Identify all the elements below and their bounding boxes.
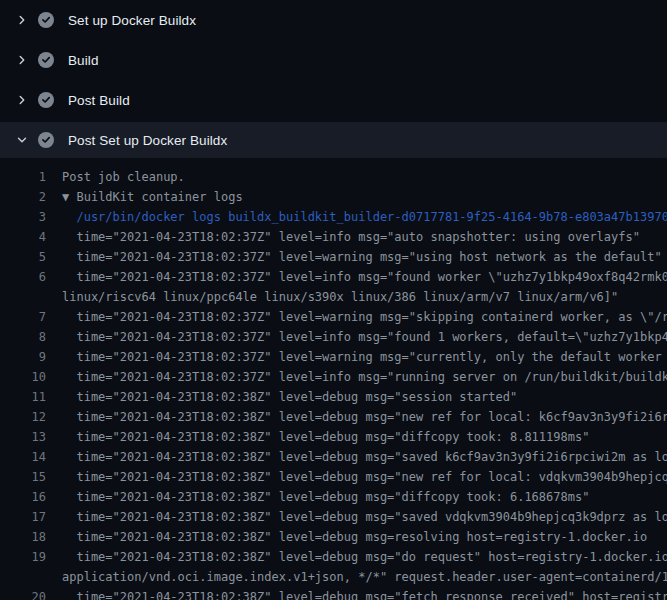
log-line: 13 time="2021-04-23T18:02:38Z" level=deb…	[0, 427, 667, 447]
log-line: 20 time="2021-04-23T18:02:38Z" level=deb…	[0, 587, 667, 600]
log-text: time="2021-04-23T18:02:38Z" level=debug …	[62, 487, 589, 507]
log-line: application/vnd.oci.image.index.v1+json,…	[0, 567, 667, 587]
log-line: 8 time="2021-04-23T18:02:37Z" level=info…	[0, 327, 667, 347]
log-text: time="2021-04-23T18:02:37Z" level=info m…	[62, 227, 640, 247]
log-line-number[interactable]: 17	[0, 507, 46, 527]
log-text: application/vnd.oci.image.index.v1+json,…	[62, 567, 667, 587]
log-line: 16 time="2021-04-23T18:02:38Z" level=deb…	[0, 487, 667, 507]
log-line-number[interactable]: 14	[0, 447, 46, 467]
log-line-number[interactable]: 12	[0, 407, 46, 427]
log-line-number[interactable]: 16	[0, 487, 46, 507]
log-line-number[interactable]: 1	[0, 167, 46, 187]
log-line: 17 time="2021-04-23T18:02:38Z" level=deb…	[0, 507, 667, 527]
log-text: time="2021-04-23T18:02:38Z" level=debug …	[62, 447, 667, 467]
step-label: Set up Docker Buildx	[68, 13, 196, 28]
step-row-post-set-up-docker-buildx[interactable]: Post Set up Docker Buildx	[0, 122, 667, 158]
log-line-number	[0, 567, 46, 587]
log-line-number[interactable]: 10	[0, 367, 46, 387]
step-label: Post Build	[68, 93, 130, 108]
log-text: time="2021-04-23T18:02:38Z" level=debug …	[62, 467, 667, 487]
log-line-number[interactable]: 13	[0, 427, 46, 447]
log-line: linux/riscv64 linux/ppc64le linux/s390x …	[0, 287, 667, 307]
log-lines: 1Post job cleanup.2▼ BuildKit container …	[0, 167, 667, 600]
check-circle-icon	[38, 52, 54, 68]
log-group-caret-icon[interactable]: ▼	[62, 190, 69, 204]
chevron-right-icon[interactable]	[14, 12, 30, 28]
log-text: time="2021-04-23T18:02:37Z" level=info m…	[62, 267, 667, 287]
log-line-number[interactable]: 15	[0, 467, 46, 487]
log-text: time="2021-04-23T18:02:38Z" level=debug …	[62, 507, 667, 527]
log-text: time="2021-04-23T18:02:37Z" level=warnin…	[62, 347, 667, 367]
chevron-right-icon[interactable]	[14, 92, 30, 108]
log-text: time="2021-04-23T18:02:37Z" level=warnin…	[62, 307, 667, 327]
log-line: 1Post job cleanup.	[0, 167, 667, 187]
log-line-number[interactable]: 19	[0, 547, 46, 567]
check-circle-icon	[38, 132, 54, 148]
log-text: Post job cleanup.	[62, 167, 185, 187]
log-line-number[interactable]: 6	[0, 267, 46, 287]
chevron-right-icon[interactable]	[14, 52, 30, 68]
step-row-set-up-docker-buildx[interactable]: Set up Docker Buildx	[0, 0, 667, 40]
log-line-number[interactable]: 8	[0, 327, 46, 347]
log-line: 12 time="2021-04-23T18:02:38Z" level=deb…	[0, 407, 667, 427]
log-line-number[interactable]: 3	[0, 207, 46, 227]
log-line-number[interactable]: 5	[0, 247, 46, 267]
log-line-number[interactable]: 11	[0, 387, 46, 407]
log-line: 2▼ BuildKit container logs	[0, 187, 667, 207]
log-line-number[interactable]: 7	[0, 307, 46, 327]
log-text: time="2021-04-23T18:02:38Z" level=debug …	[62, 547, 667, 567]
step-label: Build	[68, 53, 99, 68]
log-line-number[interactable]: 4	[0, 227, 46, 247]
log-line: 4 time="2021-04-23T18:02:37Z" level=info…	[0, 227, 667, 247]
log-line-number[interactable]: 18	[0, 527, 46, 547]
log-line: 15 time="2021-04-23T18:02:38Z" level=deb…	[0, 467, 667, 487]
log-line: 19 time="2021-04-23T18:02:38Z" level=deb…	[0, 547, 667, 567]
step-row-build[interactable]: Build	[0, 40, 667, 80]
log-line: 18 time="2021-04-23T18:02:38Z" level=deb…	[0, 527, 667, 547]
chevron-down-icon[interactable]	[14, 132, 30, 148]
log-line: 3 /usr/bin/docker logs buildx_buildkit_b…	[0, 207, 667, 227]
step-label: Post Set up Docker Buildx	[68, 133, 227, 148]
log-text: ▼ BuildKit container logs	[62, 187, 243, 207]
log-line: 14 time="2021-04-23T18:02:38Z" level=deb…	[0, 447, 667, 467]
log-line-number	[0, 287, 46, 307]
log-panel: 1Post job cleanup.2▼ BuildKit container …	[0, 158, 667, 600]
log-line: 7 time="2021-04-23T18:02:37Z" level=warn…	[0, 307, 667, 327]
log-text: time="2021-04-23T18:02:38Z" level=debug …	[62, 407, 667, 427]
log-line-number[interactable]: 20	[0, 587, 46, 600]
step-list: Set up Docker Buildx Build Post Build	[0, 0, 667, 158]
log-line: 11 time="2021-04-23T18:02:38Z" level=deb…	[0, 387, 667, 407]
log-line-number[interactable]: 2	[0, 187, 46, 207]
log-text: linux/riscv64 linux/ppc64le linux/s390x …	[62, 287, 618, 307]
log-line: 5 time="2021-04-23T18:02:37Z" level=warn…	[0, 247, 667, 267]
log-text: time="2021-04-23T18:02:38Z" level=debug …	[62, 587, 667, 600]
step-row-post-build[interactable]: Post Build	[0, 80, 667, 120]
actions-log-viewer: Set up Docker Buildx Build Post Build	[0, 0, 667, 600]
check-circle-icon	[38, 12, 54, 28]
log-line: 10 time="2021-04-23T18:02:37Z" level=inf…	[0, 367, 667, 387]
log-text: time="2021-04-23T18:02:37Z" level=info m…	[62, 327, 667, 347]
log-text: time="2021-04-23T18:02:38Z" level=debug …	[62, 527, 647, 547]
log-text: time="2021-04-23T18:02:37Z" level=info m…	[62, 367, 667, 387]
log-text: time="2021-04-23T18:02:38Z" level=debug …	[62, 427, 589, 447]
check-circle-icon	[38, 92, 54, 108]
log-text: time="2021-04-23T18:02:37Z" level=warnin…	[62, 247, 662, 267]
log-text: time="2021-04-23T18:02:38Z" level=debug …	[62, 387, 517, 407]
log-line: 6 time="2021-04-23T18:02:37Z" level=info…	[0, 267, 667, 287]
log-command-text: /usr/bin/docker logs buildx_buildkit_bui…	[62, 207, 667, 227]
log-line: 9 time="2021-04-23T18:02:37Z" level=warn…	[0, 347, 667, 367]
log-line-number[interactable]: 9	[0, 347, 46, 367]
